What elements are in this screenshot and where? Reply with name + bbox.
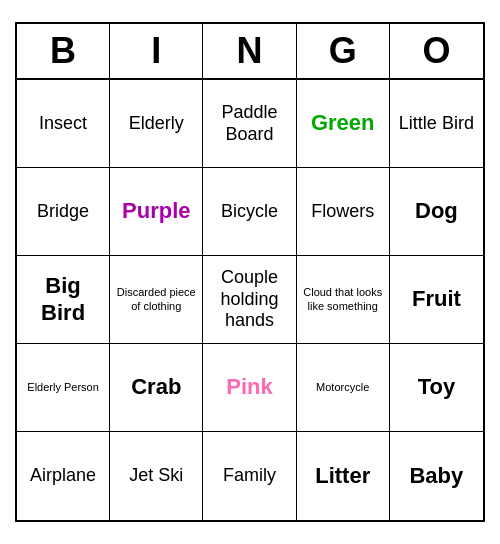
- bingo-cell: Pink: [203, 344, 296, 432]
- bingo-cell: Flowers: [297, 168, 390, 256]
- bingo-card: BINGO InsectElderlyPaddle BoardGreenLitt…: [15, 22, 485, 522]
- bingo-cell: Elderly: [110, 80, 203, 168]
- bingo-cell: Baby: [390, 432, 483, 520]
- bingo-cell: Jet Ski: [110, 432, 203, 520]
- bingo-cell: Fruit: [390, 256, 483, 344]
- header-letter: I: [110, 24, 203, 78]
- bingo-grid: InsectElderlyPaddle BoardGreenLittle Bir…: [17, 80, 483, 520]
- bingo-cell: Purple: [110, 168, 203, 256]
- header-letter: O: [390, 24, 483, 78]
- bingo-cell: Cloud that looks like something: [297, 256, 390, 344]
- bingo-cell: Family: [203, 432, 296, 520]
- bingo-cell: Motorcycle: [297, 344, 390, 432]
- bingo-cell: Elderly Person: [17, 344, 110, 432]
- bingo-cell: Couple holding hands: [203, 256, 296, 344]
- bingo-header: BINGO: [17, 24, 483, 80]
- header-letter: G: [297, 24, 390, 78]
- bingo-cell: Bridge: [17, 168, 110, 256]
- bingo-cell: Bicycle: [203, 168, 296, 256]
- header-letter: N: [203, 24, 296, 78]
- bingo-cell: Toy: [390, 344, 483, 432]
- bingo-cell: Paddle Board: [203, 80, 296, 168]
- bingo-cell: Crab: [110, 344, 203, 432]
- bingo-cell: Discarded piece of clothing: [110, 256, 203, 344]
- bingo-cell: Airplane: [17, 432, 110, 520]
- bingo-cell: Dog: [390, 168, 483, 256]
- bingo-cell: Litter: [297, 432, 390, 520]
- bingo-cell: Little Bird: [390, 80, 483, 168]
- bingo-cell: Big Bird: [17, 256, 110, 344]
- bingo-cell: Green: [297, 80, 390, 168]
- header-letter: B: [17, 24, 110, 78]
- bingo-cell: Insect: [17, 80, 110, 168]
